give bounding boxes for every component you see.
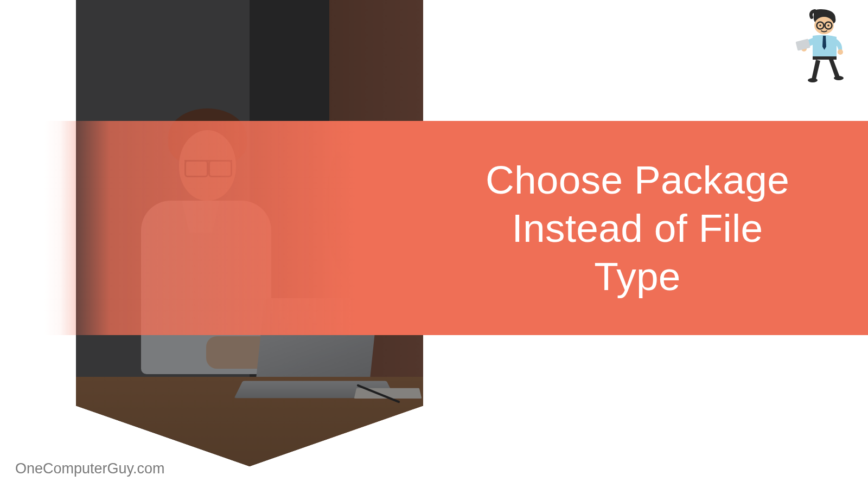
svg-rect-8 [795, 38, 810, 50]
computer-guy-mascot-icon [793, 8, 853, 84]
svg-point-10 [808, 78, 818, 82]
svg-rect-6 [813, 56, 837, 60]
title-banner: Choose Package Instead of File Type [43, 121, 868, 335]
svg-point-9 [838, 49, 843, 55]
slide-title: Choose Package Instead of File Type [469, 156, 806, 300]
svg-point-11 [834, 76, 844, 80]
site-credit: OneComputerGuy.com [15, 460, 165, 477]
svg-point-4 [819, 24, 821, 27]
svg-point-5 [827, 24, 829, 27]
